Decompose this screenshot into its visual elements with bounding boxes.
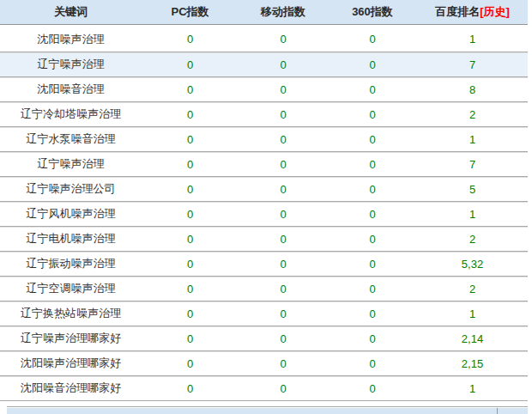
index-360-cell: 0 xyxy=(328,307,417,320)
pc-index-cell: 0 xyxy=(142,307,239,320)
header-360-index: 360指数 xyxy=(328,4,417,20)
mobile-index-cell: 0 xyxy=(239,58,328,71)
mobile-index-cell: 0 xyxy=(239,258,328,271)
mobile-index-cell: 0 xyxy=(239,208,328,221)
baidu-rank-cell: 2 xyxy=(417,233,528,246)
index-360-cell: 0 xyxy=(328,83,417,96)
baidu-rank-cell: 1 xyxy=(417,208,528,221)
header-baidu-rank: 百度排名[历史] xyxy=(417,4,528,20)
header-pc-index: PC指数 xyxy=(142,4,239,20)
baidu-rank-cell: 5,32 xyxy=(417,258,528,271)
index-360-cell: 0 xyxy=(328,158,417,171)
pc-index-cell: 0 xyxy=(142,357,239,370)
table-row[interactable]: 辽宁噪声治理公司 0 0 0 5 xyxy=(0,176,528,201)
keyword-cell: 辽宁噪声治理 xyxy=(0,156,142,172)
index-360-cell: 0 xyxy=(328,58,417,71)
index-360-cell: 0 xyxy=(328,357,417,370)
keyword-cell: 沈阳噪音治理哪家好 xyxy=(0,381,142,396)
second-table-header-bar xyxy=(7,408,528,414)
keyword-cell: 辽宁噪声治理 xyxy=(0,57,142,72)
table-row[interactable]: 辽宁风机噪声治理 0 0 0 1 xyxy=(0,201,528,226)
header-keyword: 关键词 xyxy=(0,4,142,20)
pc-index-cell: 0 xyxy=(142,33,239,46)
table-row[interactable]: 沈阳噪音治理 0 0 0 8 xyxy=(0,76,528,101)
pc-index-cell: 0 xyxy=(142,258,239,271)
pc-index-cell: 0 xyxy=(142,208,239,221)
table-body: 沈阳噪声治理 0 0 0 1 辽宁噪声治理 0 0 0 7 沈阳噪音治理 0 0… xyxy=(0,25,528,401)
index-360-cell: 0 xyxy=(328,283,417,295)
table-row[interactable]: 辽宁空调噪声治理 0 0 0 2 xyxy=(0,276,528,301)
second-table-header-partial xyxy=(7,406,528,414)
baidu-rank-label: 百度排名 xyxy=(435,5,480,18)
index-360-cell: 0 xyxy=(328,258,417,271)
table-row[interactable]: 辽宁水泵噪音治理 0 0 0 1 xyxy=(0,126,528,151)
mobile-index-cell: 0 xyxy=(239,283,328,295)
table-row[interactable]: 辽宁换热站噪声治理 0 0 0 1 xyxy=(0,301,528,326)
index-360-cell: 0 xyxy=(328,382,417,395)
mobile-index-cell: 0 xyxy=(239,357,328,370)
mobile-index-cell: 0 xyxy=(239,158,328,171)
pc-index-cell: 0 xyxy=(142,183,239,196)
keyword-cell: 辽宁空调噪声治理 xyxy=(0,281,142,296)
baidu-rank-cell: 2,15 xyxy=(417,357,528,370)
keyword-cell: 辽宁噪声治理公司 xyxy=(0,181,142,197)
pc-index-cell: 0 xyxy=(142,382,239,395)
table-row[interactable]: 辽宁噪声治理哪家好 0 0 0 2,14 xyxy=(0,326,528,350)
keyword-cell: 辽宁电机噪声治理 xyxy=(0,231,142,247)
keyword-cell: 沈阳噪声治理 xyxy=(0,32,142,47)
index-360-cell: 0 xyxy=(328,208,417,221)
mobile-index-cell: 0 xyxy=(239,183,328,196)
history-link[interactable]: [历史] xyxy=(480,5,510,18)
mobile-index-cell: 0 xyxy=(239,332,328,345)
baidu-rank-cell: 1 xyxy=(417,307,528,320)
table-header-row: 关键词 PC指数 移动指数 360指数 百度排名[历史] xyxy=(0,0,528,25)
index-360-cell: 0 xyxy=(328,33,417,46)
mobile-index-cell: 0 xyxy=(239,382,328,395)
keyword-cell: 辽宁冷却塔噪声治理 xyxy=(0,107,142,122)
mobile-index-cell: 0 xyxy=(239,83,328,96)
baidu-rank-cell: 1 xyxy=(417,33,528,46)
second-table-column-divider xyxy=(497,408,498,414)
pc-index-cell: 0 xyxy=(142,58,239,71)
mobile-index-cell: 0 xyxy=(239,233,328,246)
pc-index-cell: 0 xyxy=(142,133,239,146)
keyword-cell: 辽宁振动噪声治理 xyxy=(0,256,142,271)
mobile-index-cell: 0 xyxy=(239,108,328,121)
keyword-cell: 辽宁噪声治理哪家好 xyxy=(0,331,142,346)
table-row[interactable]: 辽宁电机噪声治理 0 0 0 2 xyxy=(0,226,528,251)
baidu-rank-cell: 7 xyxy=(417,58,528,71)
index-360-cell: 0 xyxy=(328,183,417,196)
baidu-rank-cell: 2,14 xyxy=(417,332,528,345)
baidu-rank-cell: 5 xyxy=(417,183,528,196)
index-360-cell: 0 xyxy=(328,332,417,345)
mobile-index-cell: 0 xyxy=(239,33,328,46)
keyword-cell: 辽宁风机噪声治理 xyxy=(0,206,142,222)
table-row[interactable]: 辽宁噪声治理 0 0 0 7 xyxy=(0,151,528,176)
index-360-cell: 0 xyxy=(328,108,417,121)
table-row[interactable]: 辽宁冷却塔噪声治理 0 0 0 2 xyxy=(0,101,528,126)
table-row[interactable]: 辽宁噪声治理 0 0 0 7 xyxy=(0,52,528,76)
index-360-cell: 0 xyxy=(328,233,417,246)
mobile-index-cell: 0 xyxy=(239,307,328,320)
table-row[interactable]: 沈阳噪音治理哪家好 0 0 0 1 xyxy=(0,375,528,400)
keyword-cell: 沈阳噪音治理 xyxy=(0,82,142,97)
baidu-rank-cell: 2 xyxy=(417,108,528,121)
keyword-cell: 辽宁换热站噪声治理 xyxy=(0,306,142,321)
pc-index-cell: 0 xyxy=(142,332,239,345)
baidu-rank-cell: 2 xyxy=(417,283,528,295)
keyword-rank-table: 关键词 PC指数 移动指数 360指数 百度排名[历史] 沈阳噪声治理 0 0 … xyxy=(0,0,528,401)
baidu-rank-cell: 1 xyxy=(417,382,528,395)
table-row[interactable]: 辽宁振动噪声治理 0 0 0 5,32 xyxy=(0,251,528,276)
header-mobile-index: 移动指数 xyxy=(239,4,328,20)
keyword-cell: 沈阳噪声治理哪家好 xyxy=(0,356,142,371)
baidu-rank-cell: 8 xyxy=(417,83,528,96)
mobile-index-cell: 0 xyxy=(239,133,328,146)
pc-index-cell: 0 xyxy=(142,108,239,121)
baidu-rank-cell: 7 xyxy=(417,158,528,171)
pc-index-cell: 0 xyxy=(142,233,239,246)
index-360-cell: 0 xyxy=(328,133,417,146)
baidu-rank-cell: 1 xyxy=(417,133,528,146)
table-row[interactable]: 沈阳噪声治理哪家好 0 0 0 2,15 xyxy=(0,350,528,375)
table-row[interactable]: 沈阳噪声治理 0 0 0 1 xyxy=(0,27,528,52)
pc-index-cell: 0 xyxy=(142,283,239,295)
